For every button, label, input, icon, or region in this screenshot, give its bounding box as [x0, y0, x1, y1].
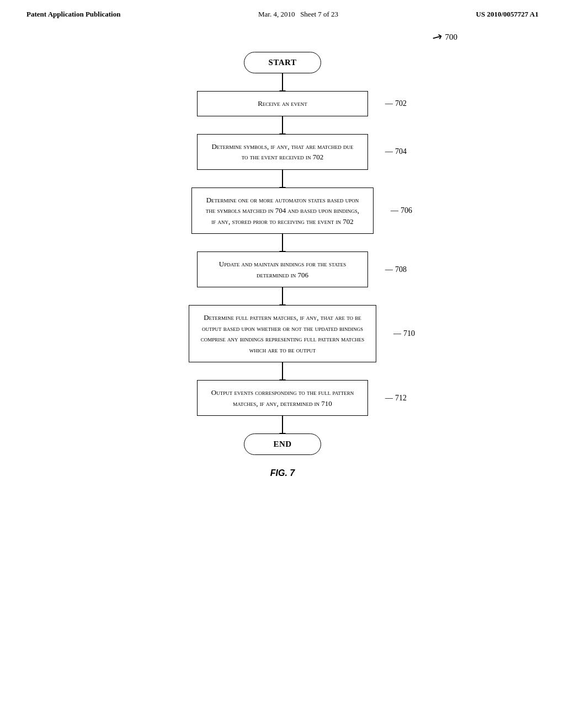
- end-box-wrapper: END: [244, 433, 321, 455]
- box-706-text: Determine one or more automaton states b…: [206, 196, 359, 226]
- header-patent-number: US 2010/0057727 A1: [476, 10, 539, 19]
- box-704: Determine symbols, if any, that are matc…: [197, 134, 368, 170]
- side-label-708: 708: [385, 265, 407, 274]
- box-702: Receive an event: [197, 91, 368, 116]
- arrow-706-to-708: [282, 234, 283, 251]
- end-label: END: [273, 440, 291, 448]
- arrow-708-to-710: [282, 287, 283, 305]
- ref-arrow-icon: ↖: [429, 28, 445, 46]
- box-708-text: Update and maintain bindings for the sta…: [219, 260, 346, 279]
- box-704-text: Determine symbols, if any, that are matc…: [211, 142, 353, 162]
- arrow-start-to-702: [282, 73, 283, 91]
- box-704-wrapper: Determine symbols, if any, that are matc…: [197, 134, 368, 170]
- start-box: START: [244, 52, 321, 73]
- page-header: Patent Application Publication Mar. 4, 2…: [0, 0, 565, 24]
- diagram-area: ↖ 700 START Receive an event 702 Determi…: [0, 24, 565, 489]
- side-label-702: 702: [385, 99, 407, 108]
- box-708-wrapper: Update and maintain bindings for the sta…: [197, 251, 368, 287]
- box-712-wrapper: Output events corresponding to the full …: [197, 380, 368, 416]
- box-706-wrapper: Determine one or more automaton states b…: [191, 188, 374, 234]
- box-702-text: Receive an event: [258, 99, 307, 108]
- header-publication: Patent Application Publication: [26, 10, 120, 19]
- side-label-706: 706: [391, 206, 412, 215]
- box-712: Output events corresponding to the full …: [197, 380, 368, 416]
- box-702-wrapper: Receive an event 702: [197, 91, 368, 116]
- box-706: Determine one or more automaton states b…: [191, 188, 374, 234]
- end-box: END: [244, 433, 321, 455]
- arrow-712-to-end: [282, 416, 283, 433]
- ref-label-700: ↖ 700: [433, 30, 458, 44]
- arrow-704-to-706: [282, 170, 283, 188]
- side-label-710: 710: [393, 329, 415, 338]
- side-label-712: 712: [385, 394, 407, 403]
- box-712-text: Output events corresponding to the full …: [211, 388, 354, 408]
- box-708: Update and maintain bindings for the sta…: [197, 251, 368, 287]
- start-box-wrapper: START: [244, 52, 321, 73]
- header-date-sheet: Mar. 4, 2010 Sheet 7 of 23: [258, 10, 338, 19]
- side-label-704: 704: [385, 147, 407, 156]
- figure-label: FIG. 7: [270, 468, 295, 478]
- arrow-710-to-712: [282, 362, 283, 380]
- box-710-wrapper: Determine full pattern matches, if any, …: [189, 305, 376, 362]
- box-710: Determine full pattern matches, if any, …: [189, 305, 376, 362]
- box-710-text: Determine full pattern matches, if any, …: [201, 313, 365, 354]
- arrow-702-to-704: [282, 116, 283, 134]
- start-label: START: [269, 58, 297, 67]
